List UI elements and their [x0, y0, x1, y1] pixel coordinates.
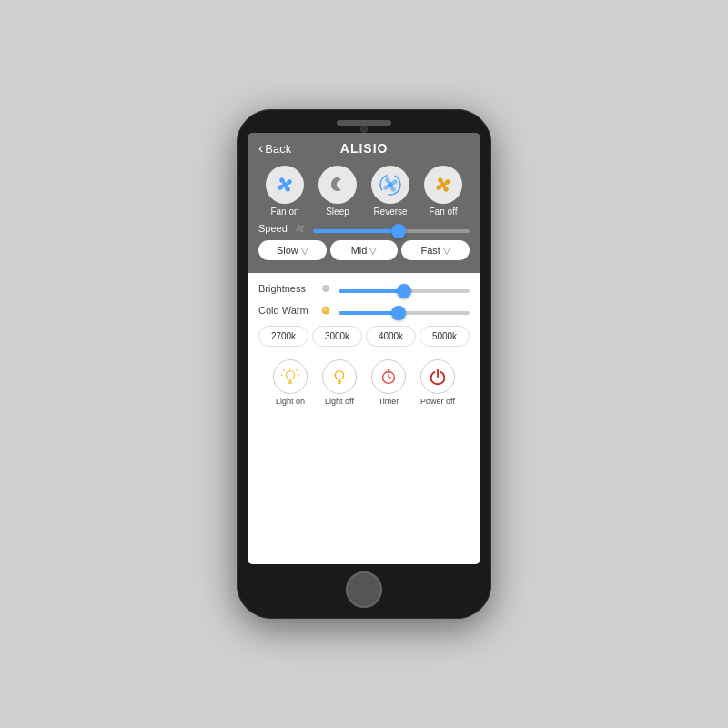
cold-warm-label: Cold Warm [258, 305, 313, 316]
speed-button-row: Slow ▽ Mid ▽ Fast ▽ [258, 240, 470, 260]
speed-fan-icon [293, 221, 308, 236]
light-on-icon [280, 367, 300, 387]
fan-icon-row: Fan on Sleep [258, 166, 470, 217]
timer-icon [379, 367, 399, 387]
phone-screen: ‹ Back ALISIO [248, 133, 480, 564]
phone-camera [360, 126, 368, 133]
sleep-icon [327, 174, 349, 196]
cold-warm-slider[interactable] [339, 311, 470, 315]
light-on-item: Light on [273, 359, 308, 406]
fan-off-label: Fan off [430, 207, 458, 217]
light-off-item: Light off [322, 359, 357, 406]
temp-2700k-label: 2700k [271, 331, 296, 341]
svg-point-0 [282, 182, 288, 187]
temp-5000k-button[interactable]: 5000k [420, 326, 470, 347]
fast-filter-icon: ▽ [443, 246, 450, 256]
cold-warm-row: Cold Warm [258, 302, 470, 318]
back-label: Back [265, 142, 291, 156]
power-off-item: Power off [420, 359, 455, 406]
mid-label: Mid [351, 245, 368, 256]
temp-3000k-button[interactable]: 3000k [312, 326, 362, 347]
speed-slider-container [313, 220, 470, 237]
brightness-slider[interactable] [339, 289, 470, 293]
light-on-label: Light on [276, 397, 305, 406]
svg-line-13 [283, 369, 284, 370]
temp-2700k-button[interactable]: 2700k [258, 326, 308, 347]
slow-filter-icon: ▽ [301, 246, 308, 256]
sleep-item: Sleep [318, 166, 357, 217]
temp-5000k-label: 5000k [432, 331, 457, 341]
light-off-button[interactable] [322, 359, 357, 394]
brightness-slider-container [339, 280, 470, 297]
timer-button[interactable] [371, 359, 406, 394]
reverse-button[interactable] [371, 166, 410, 204]
page-title: ALISIO [291, 141, 437, 156]
timer-item: Timer [371, 359, 406, 406]
brightness-row: Brightness [258, 280, 470, 297]
temp-3000k-label: 3000k [325, 331, 349, 341]
reverse-label: Reverse [373, 207, 407, 217]
back-button[interactable]: ‹ Back [258, 140, 291, 157]
timer-label: Timer [379, 397, 399, 406]
fan-off-item: Fan off [424, 166, 462, 217]
fast-label: Fast [420, 245, 440, 256]
sleep-label: Sleep [326, 207, 349, 217]
slow-button[interactable]: Slow ▽ [258, 240, 327, 260]
light-section: Brightness Cold Warm [248, 273, 480, 564]
svg-point-4 [298, 227, 302, 230]
mid-button[interactable]: Mid ▽ [330, 240, 399, 260]
power-off-icon [428, 367, 448, 387]
svg-point-1 [388, 182, 393, 187]
slow-label: Slow [277, 245, 298, 256]
power-off-button[interactable] [420, 359, 455, 394]
sleep-button[interactable] [318, 166, 357, 204]
fan-off-button[interactable] [424, 166, 462, 204]
mid-filter-icon: ▽ [369, 246, 377, 256]
color-temp-row: 2700k 3000k 4000k 5000k [258, 326, 470, 347]
back-chevron-icon: ‹ [258, 140, 263, 157]
speed-slider[interactable] [313, 229, 470, 233]
fan-on-item: Fan on [266, 166, 304, 217]
brightness-label: Brightness [258, 283, 313, 294]
light-on-button[interactable] [273, 359, 308, 394]
fan-on-icon [273, 173, 297, 197]
light-off-icon [329, 367, 349, 387]
cold-warm-icon [318, 303, 333, 318]
temp-4000k-button[interactable]: 4000k [366, 326, 416, 347]
svg-line-14 [296, 369, 297, 370]
svg-point-8 [286, 371, 294, 379]
reverse-item: Reverse [371, 166, 410, 217]
bottom-action-row: Light on Light off [258, 354, 470, 410]
svg-point-3 [440, 182, 446, 187]
phone-device: ‹ Back ALISIO [237, 109, 491, 619]
temp-4000k-label: 4000k [379, 331, 403, 341]
speed-label: Speed [258, 223, 288, 234]
fan-on-label: Fan on [270, 207, 298, 217]
fan-off-icon [431, 173, 455, 197]
speed-row: Speed [258, 220, 470, 237]
brightness-icon [318, 281, 333, 296]
light-off-label: Light off [325, 397, 354, 406]
reverse-icon [379, 173, 402, 197]
fan-section: Fan on Sleep [248, 162, 480, 273]
fast-button[interactable]: Fast ▽ [401, 240, 470, 260]
svg-point-17 [335, 371, 343, 379]
fan-on-button[interactable] [266, 166, 304, 204]
phone-home-button[interactable] [346, 571, 382, 608]
power-off-label: Power off [420, 397, 455, 406]
header: ‹ Back ALISIO [248, 133, 480, 162]
cold-warm-slider-container [339, 302, 470, 318]
